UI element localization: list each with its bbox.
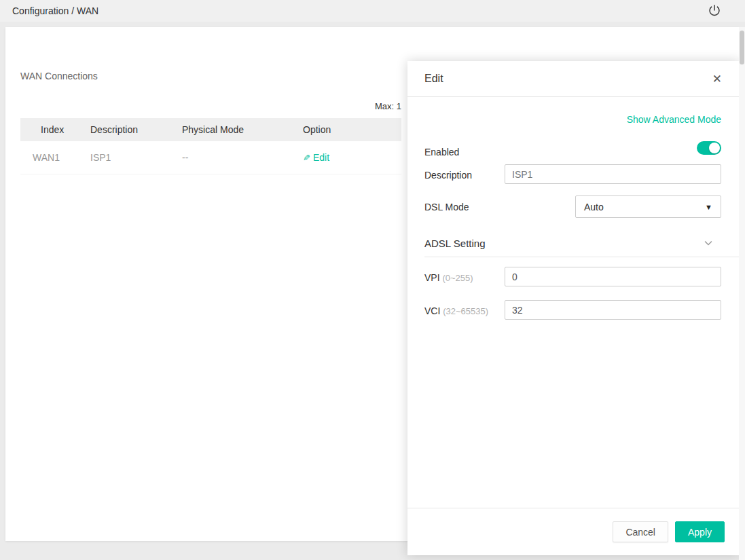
max-label: Max: 1 [20, 101, 401, 111]
enabled-toggle[interactable] [697, 141, 721, 155]
vpi-input[interactable] [505, 267, 721, 286]
toggle-knob [709, 143, 720, 153]
vpi-label: VPI (0~255) [424, 272, 473, 283]
header-option: Option [285, 118, 401, 141]
apply-button[interactable]: Apply [675, 521, 725, 542]
adsl-setting-title: ADSL Setting [424, 238, 486, 249]
header-index: Index [20, 118, 85, 141]
description-label: Description [424, 170, 472, 181]
table-row: WAN1 ISP1 -- ✎ Edit [20, 141, 401, 174]
topbar: Configuration / WAN [0, 0, 745, 22]
edit-link-label: Edit [313, 152, 329, 163]
wan-connections-table: Index Description Physical Mode Option W… [20, 118, 401, 174]
pencil-icon: ✎ [303, 153, 310, 163]
edit-panel-footer: Cancel Apply [407, 508, 740, 555]
vpi-label-text: VPI [424, 272, 440, 283]
dsl-mode-label: DSL Mode [424, 202, 469, 212]
vci-input[interactable] [505, 300, 721, 320]
show-advanced-mode-link[interactable]: Show Advanced Mode [627, 114, 721, 125]
enabled-label: Enabled [424, 147, 459, 157]
vpi-hint: (0~255) [442, 273, 473, 283]
table-header-row: Index Description Physical Mode Option [20, 118, 401, 141]
page-title: WAN Connections [20, 71, 98, 81]
power-icon [707, 3, 722, 18]
vci-label-text: VCI [424, 305, 440, 316]
description-input[interactable] [505, 164, 721, 184]
cell-option: ✎ Edit [285, 141, 401, 174]
edit-panel-title: Edit [424, 73, 443, 85]
scrollbar-thumb[interactable] [740, 31, 744, 64]
caret-down-icon: ▼ [705, 203, 712, 211]
edit-panel-header: Edit ✕ [407, 61, 740, 97]
dsl-mode-value: Auto [584, 202, 604, 212]
adsl-section-divider [424, 257, 740, 257]
edit-link[interactable]: ✎ Edit [303, 152, 329, 163]
cell-physical-mode: -- [177, 141, 285, 174]
vci-hint: (32~65535) [443, 306, 488, 316]
cancel-button[interactable]: Cancel [613, 521, 668, 542]
chevron-down-icon[interactable] [703, 238, 714, 251]
cell-index: WAN1 [20, 141, 85, 174]
power-button[interactable] [706, 2, 723, 20]
close-button[interactable]: ✕ [710, 71, 725, 88]
cell-description: ISP1 [85, 141, 177, 174]
dsl-mode-select[interactable]: Auto ▼ [575, 195, 721, 218]
header-description: Description [85, 118, 177, 141]
edit-panel: Edit ✕ Show Advanced Mode Enabled Descri… [407, 61, 740, 555]
breadcrumb: Configuration / WAN [12, 5, 98, 16]
vci-label: VCI (32~65535) [424, 305, 488, 316]
header-physical-mode: Physical Mode [177, 118, 285, 141]
scrollbar-track[interactable] [739, 27, 745, 560]
close-icon: ✕ [712, 73, 722, 86]
